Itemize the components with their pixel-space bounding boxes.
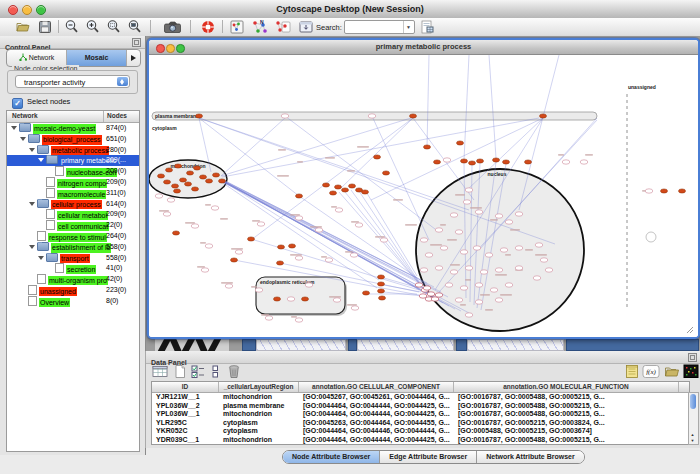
table-row[interactable]: YPL036W__2plasma membrane[GO:0044464, GO… <box>152 402 689 411</box>
expand-arrow-icon[interactable] <box>29 202 35 206</box>
table-row[interactable]: YPL036W__1mitochondrion[GO:0044464, GO:0… <box>152 410 689 419</box>
formula-icon[interactable]: f(x) <box>642 364 660 379</box>
table-column-header[interactable]: annotation.GO MOLECULAR_FUNCTION <box>454 382 679 392</box>
table-row[interactable]: YJR121W__1mitochondrion[GO:0045267, GO:0… <box>152 393 689 402</box>
scrollbar-thumb[interactable] <box>690 394 696 409</box>
search-input[interactable]: ▼ <box>344 20 415 34</box>
tab-node-attribute-browser[interactable]: Node Attribute Browser <box>283 451 379 463</box>
tab-network[interactable]: Network <box>7 50 66 66</box>
tree-row[interactable]: cellular metabol209(0) <box>7 209 139 220</box>
new-attribute-icon[interactable] <box>172 364 188 379</box>
import-attributes-icon[interactable] <box>664 364 680 379</box>
network-canvas[interactable]: plasma membrane cytoplasm mitochondrion … <box>149 55 698 337</box>
zoom-in-icon[interactable] <box>85 19 101 35</box>
zoom-out-icon[interactable] <box>64 19 80 35</box>
tree-row-label: macromolecule <box>57 190 106 199</box>
network-tree-header[interactable]: Network Nodes <box>7 111 139 123</box>
open-folder-icon[interactable] <box>15 19 31 35</box>
attribute-batch-icon[interactable] <box>624 364 640 379</box>
tree-row[interactable]: biological_process651(0) <box>7 134 139 145</box>
background-window-edge[interactable] <box>566 339 699 351</box>
table-row[interactable]: YLR295Ccytoplasm[GO:0045263, GO:0044464,… <box>152 419 689 428</box>
expand-arrow-icon[interactable] <box>29 245 35 249</box>
tab-network-attribute-browser[interactable]: Network Attribute Browser <box>476 451 583 463</box>
tree-row-node-count: 8(0) <box>106 297 118 304</box>
help-lifering-icon[interactable] <box>199 19 217 35</box>
tree-row[interactable]: transport558(0) <box>7 253 139 264</box>
file-icon <box>37 231 46 241</box>
tab-mosaic[interactable]: Mosaic <box>66 50 126 66</box>
table-row[interactable]: YDR039C__1mitochondrion[GO:0044464, GO:0… <box>152 436 689 445</box>
zoom-window-icon[interactable] <box>36 5 46 15</box>
tree-row[interactable]: unassigned223(0) <box>7 285 139 296</box>
table-column-header[interactable]: annotation.GO CELLULAR_COMPONENT <box>299 382 454 392</box>
save-icon[interactable] <box>37 19 53 35</box>
minimize-view-icon[interactable] <box>166 44 175 53</box>
background-window-thumbnail[interactable] <box>256 339 346 351</box>
select-nodes-checkbox[interactable]: ✓ <box>12 98 23 109</box>
tree-row[interactable]: primary metabolic209(... <box>7 155 139 166</box>
tree-row[interactable]: Overview8(0) <box>7 296 139 307</box>
vizmapper-icon[interactable]: N <box>250 19 269 35</box>
snapshot-camera-icon[interactable] <box>163 19 183 35</box>
table-row[interactable]: YKR052Ccytoplasm[GO:0044464, GO:0044446,… <box>152 427 689 436</box>
close-window-icon[interactable] <box>8 5 18 15</box>
background-window-edge[interactable] <box>242 339 256 351</box>
zoom-selected-icon[interactable] <box>106 19 122 35</box>
background-windows-strip[interactable] <box>147 339 700 351</box>
expand-arrow-icon[interactable] <box>38 158 44 162</box>
float-panel-icon[interactable] <box>688 353 697 362</box>
zoom-fit-icon[interactable] <box>127 19 143 35</box>
background-window-edge[interactable] <box>456 339 467 351</box>
expand-arrow-icon[interactable] <box>29 148 35 152</box>
tree-row[interactable]: multi-organism pro42(0) <box>7 274 139 285</box>
tree-row[interactable]: establishment of lo558(0) <box>7 242 139 253</box>
tab-edge-attribute-browser[interactable]: Edge Attribute Browser <box>379 451 476 463</box>
tree-row[interactable]: nucleobase-con209(0) <box>7 166 139 177</box>
attribute-table-header[interactable]: ID_cellularLayoutRegionannotation.GO CEL… <box>152 382 689 393</box>
table-column-header[interactable]: _cellularLayoutRegion <box>219 382 299 392</box>
background-window-edge[interactable] <box>348 339 357 351</box>
table-column-header[interactable]: ID <box>152 382 219 392</box>
more-tabs-icon[interactable] <box>126 50 140 66</box>
expand-arrow-icon[interactable] <box>20 137 26 141</box>
search-dropdown-icon[interactable]: ▼ <box>403 21 413 33</box>
dropdown-stepper-icon[interactable] <box>117 77 128 86</box>
minimize-window-icon[interactable] <box>22 5 32 15</box>
expand-arrow-icon[interactable] <box>11 126 17 130</box>
tree-row-label: secretion <box>66 265 96 274</box>
scroll-down-icon[interactable]: ▼ <box>689 438 696 444</box>
control-panel-header[interactable]: Control Panel <box>0 36 145 49</box>
network-view-window[interactable]: primary metabolic process plasma membran… <box>147 38 700 339</box>
node-color-dropdown[interactable]: transporter activity <box>15 75 130 88</box>
unselect-attributes-icon[interactable] <box>209 364 225 379</box>
tree-row[interactable]: response to stimul264(0) <box>7 231 139 242</box>
background-window-thumbnail[interactable] <box>467 339 564 351</box>
tree-row[interactable]: nitrogen compo209(0) <box>7 177 139 188</box>
attribute-table-icon[interactable] <box>152 364 168 379</box>
network-window-titlebar[interactable]: primary metabolic process <box>149 40 698 55</box>
import-network-icon[interactable] <box>298 19 314 35</box>
delete-attribute-icon[interactable] <box>226 364 242 379</box>
tree-row[interactable]: cellular process614(0) <box>7 199 139 210</box>
tree-row[interactable]: cell communicat22(0) <box>7 220 139 231</box>
zoom-view-icon[interactable] <box>176 44 185 53</box>
tree-row[interactable]: mosaic-demo-yeast874(0) <box>7 123 139 134</box>
network-manager-icon[interactable] <box>229 19 245 35</box>
tree-row[interactable]: metabolic process280(0) <box>7 145 139 156</box>
close-view-icon[interactable] <box>156 44 165 53</box>
float-panel-icon[interactable] <box>132 38 141 47</box>
file-icon <box>28 285 37 295</box>
select-attributes-icon[interactable] <box>190 364 206 379</box>
filter-icon[interactable] <box>274 19 293 35</box>
attribute-search-icon[interactable] <box>419 19 435 35</box>
select-nodes-row[interactable]: ✓Select nodes <box>12 96 70 107</box>
table-scrollbar[interactable]: ▲ ▼ <box>688 392 699 445</box>
background-window-thumbnail[interactable] <box>357 339 454 351</box>
white-node-layer <box>155 114 653 322</box>
tree-row[interactable]: macromolecule311(0) <box>7 188 139 199</box>
expand-arrow-icon[interactable] <box>38 256 44 260</box>
matrix-icon[interactable] <box>683 364 699 379</box>
tree-row[interactable]: secretion41(0) <box>7 263 139 274</box>
background-window-thumbnail[interactable] <box>155 339 229 351</box>
